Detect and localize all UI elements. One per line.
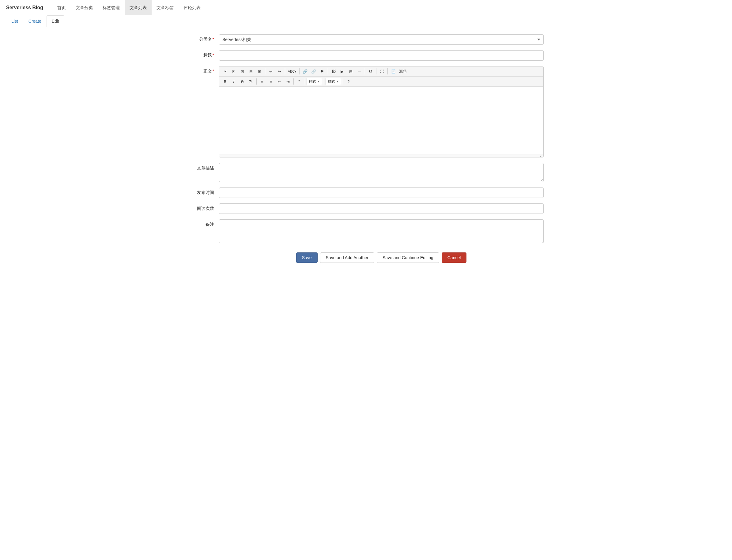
nav-link-comments[interactable]: 评论列表 [179,0,206,15]
styles-dropdown[interactable]: 样式 ▼ [307,78,322,85]
toolbar2-sep-2 [294,78,294,85]
link-button[interactable]: 🔗 [301,68,309,75]
maximize-button[interactable]: ⛶ [378,68,386,75]
anchor-button[interactable]: ⚑ [318,68,326,75]
toolbar-sep-5 [365,68,365,74]
toolbar-sep-2 [285,68,285,74]
nav-link-tags-mgmt[interactable]: 标签管理 [98,0,125,15]
title-required-star: * [213,53,214,58]
title-label: 标题* [188,50,219,58]
special-char-button[interactable]: Ω [366,68,374,75]
content-required-star: * [213,69,214,74]
editor-toolbar-2: B I S Tx ≡ ≡ ⇤ ⇥ " 样式 ▼ 格式 ▼ [219,77,543,87]
sub-nav: List Create Edit [0,15,732,27]
read-count-input[interactable] [219,203,544,214]
save-button[interactable]: Save [296,252,318,263]
nav-link-article-tags[interactable]: 文章标签 [152,0,179,15]
nav-links: 首页 文章分类 标签管理 文章列表 文章标签 评论列表 [52,0,206,15]
publish-time-input[interactable] [219,187,544,198]
help-button[interactable]: ? [345,78,353,85]
publish-time-label: 发布时间 [188,187,219,195]
toolbar-sep-3 [299,68,300,74]
action-row: Save Save and Add Another Save and Conti… [188,252,544,263]
read-count-label: 阅读次数 [188,203,219,211]
find-button[interactable]: ABÇ▾ [287,68,298,75]
editor-content[interactable] [219,87,543,154]
blockquote-button[interactable]: " [295,78,303,85]
tab-create[interactable]: Create [23,15,47,27]
content-label: 正文* [188,66,219,74]
image-button[interactable]: 🖼 [330,68,338,75]
note-label: 备注 [188,219,219,227]
title-input[interactable] [219,50,544,61]
top-nav: Serverless Blog 首页 文章分类 标签管理 文章列表 文章标签 评… [0,0,732,15]
nav-link-articles[interactable]: 文章列表 [125,0,152,15]
resize-handle-icon[interactable]: ◢ [538,154,542,158]
category-required-star: * [213,37,214,42]
undo-button[interactable]: ↩ [267,68,275,75]
toolbar2-sep-3 [305,78,305,85]
toolbar2-sep-5 [343,78,343,85]
publish-time-row: 发布时间 [188,187,544,198]
category-select[interactable]: Serverless相关 技术文章 随笔 [219,34,544,45]
editor-wrapper: ✂ ⎘ ⊡ ⊟ ⊞ ↩ ↪ ABÇ▾ 🔗 🔗 ⚑ 🖼 ▶ ⊞ ─ [219,66,544,157]
clear-format-button[interactable]: Tx [247,78,255,85]
indent-button[interactable]: ⇥ [284,78,292,85]
ordered-list-button[interactable]: ≡ [258,78,266,85]
save-add-button[interactable]: Save and Add Another [320,252,374,263]
nav-link-home[interactable]: 首页 [52,0,71,15]
note-row: 备注 [188,219,544,243]
description-input[interactable] [219,163,544,182]
toolbar-sep-4 [328,68,328,74]
format-dropdown[interactable]: 格式 ▼ [326,78,341,85]
read-count-row: 阅读次数 [188,203,544,214]
note-input[interactable] [219,219,544,243]
bold-button[interactable]: B [221,78,229,85]
strikethrough-button[interactable]: S [238,78,246,85]
source-button[interactable]: 源码 [398,68,408,75]
cut-button[interactable]: ✂ [221,68,229,75]
category-label: 分类名* [188,34,219,42]
save-continue-button[interactable]: Save and Continue Editing [377,252,439,263]
toolbar-sep-6 [376,68,376,74]
tab-list[interactable]: List [6,15,23,27]
title-row: 标题* [188,50,544,61]
toolbar2-sep-1 [256,78,257,85]
format-dropdown-label: 格式 [328,79,335,84]
nav-brand: Serverless Blog [6,5,43,10]
toolbar-sep-7 [387,68,388,74]
form-container: 分类名* Serverless相关 技术文章 随笔 标题* 正文* ✂ ⎘ ⊡ … [182,34,550,275]
editor-toolbar-1: ✂ ⎘ ⊡ ⊟ ⊞ ↩ ↪ ABÇ▾ 🔗 🔗 ⚑ 🖼 ▶ ⊞ ─ [219,66,543,77]
source-icon-button[interactable]: 📄 [389,68,397,75]
format-dropdown-arrow: ▼ [336,80,339,83]
paste-word-button[interactable]: ⊞ [256,68,264,75]
category-row: 分类名* Serverless相关 技术文章 随笔 [188,34,544,45]
paste-text-button[interactable]: ⊟ [247,68,255,75]
hline-button[interactable]: ─ [355,68,363,75]
toolbar2-sep-4 [324,78,324,85]
styles-dropdown-arrow: ▼ [317,80,320,83]
redo-button[interactable]: ↪ [275,68,283,75]
tab-edit[interactable]: Edit [47,15,64,27]
unordered-list-button[interactable]: ≡ [267,78,275,85]
styles-dropdown-label: 样式 [309,79,316,84]
content-row: 正文* ✂ ⎘ ⊡ ⊟ ⊞ ↩ ↪ ABÇ▾ 🔗 🔗 ⚑ 🖼 ▶ [188,66,544,157]
table-button[interactable]: ⊞ [347,68,355,75]
flash-button[interactable]: ▶ [338,68,346,75]
italic-button[interactable]: I [230,78,238,85]
outdent-button[interactable]: ⇤ [275,78,283,85]
description-row: 文章描述 [188,163,544,182]
copy-button[interactable]: ⎘ [230,68,238,75]
unlink-button[interactable]: 🔗 [310,68,318,75]
paste-button[interactable]: ⊡ [238,68,246,75]
description-label: 文章描述 [188,163,219,171]
editor-resize-bar: ◢ [219,154,543,157]
toolbar-sep-1 [265,68,265,74]
cancel-button[interactable]: Cancel [442,252,467,263]
nav-link-categories[interactable]: 文章分类 [71,0,98,15]
